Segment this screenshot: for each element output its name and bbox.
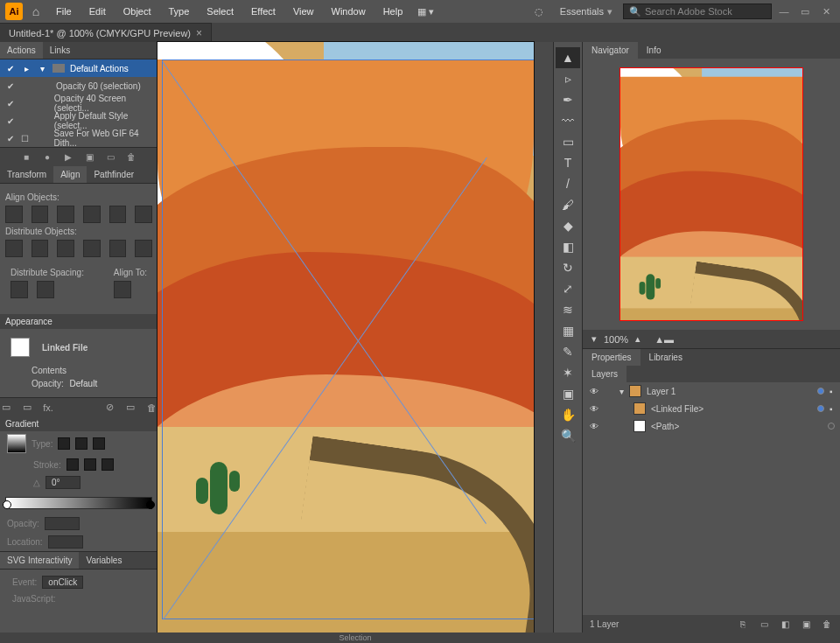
dist-space-v-icon[interactable] [10, 281, 28, 298]
zoom-slider-icon[interactable]: ▲▬ [654, 334, 674, 345]
close-tab-icon[interactable]: × [196, 27, 202, 39]
document-tab[interactable]: Untitled-1* @ 100% (CMYK/GPU Preview) × [0, 23, 212, 42]
gradient-tool-icon[interactable]: ▦ [556, 320, 580, 341]
dist-top-icon[interactable] [5, 240, 23, 257]
gradient-swatch[interactable] [7, 434, 26, 453]
dist-space-h-icon[interactable] [37, 281, 54, 298]
width-tool-icon[interactable]: ≋ [556, 299, 580, 320]
tab-info[interactable]: Info [638, 42, 670, 59]
menu-view[interactable]: View [286, 0, 321, 23]
layer-row[interactable]: 👁 <Linked File> ▪ [583, 400, 840, 417]
tab-variables[interactable]: Variables [79, 552, 129, 569]
gradient-slider[interactable] [5, 497, 152, 509]
layer-row[interactable]: 👁 ▾ Layer 1 ▪ [583, 382, 840, 400]
layer-name[interactable]: <Linked File> [651, 404, 704, 414]
arrange-documents-icon[interactable]: ▦ ▾ [413, 6, 438, 17]
tab-navigator[interactable]: Navigator [583, 42, 638, 59]
tab-properties[interactable]: Properties [583, 349, 640, 366]
visibility-icon[interactable]: 👁 [588, 422, 600, 431]
action-item[interactable]: ✔Opacity 40 Screen (selecti... [0, 94, 158, 112]
tab-pathfinder[interactable]: Pathfinder [87, 166, 141, 183]
line-tool-icon[interactable]: / [556, 173, 580, 194]
zoom-tool-icon[interactable]: 🔍 [556, 425, 580, 446]
discover-icon[interactable]: ◌ [528, 6, 550, 17]
stroke-along-icon[interactable] [84, 458, 96, 471]
clear-appearance-icon[interactable]: ⊘ [103, 402, 116, 414]
new-sublayer-icon[interactable]: ◧ [779, 619, 791, 629]
eyedropper-tool-icon[interactable]: ✎ [556, 341, 580, 362]
gradient-location-field[interactable] [48, 535, 83, 549]
zoom-value[interactable]: 100% [604, 334, 628, 345]
tab-layers[interactable]: Layers [583, 366, 626, 382]
workspace-switcher[interactable]: Essentials▾ [553, 6, 620, 17]
new-layer-icon[interactable]: ▣ [800, 619, 812, 629]
type-freeform-icon[interactable] [93, 437, 105, 450]
curvature-tool-icon[interactable]: 〰 [556, 110, 580, 131]
type-tool-icon[interactable]: T [556, 152, 580, 173]
make-clip-icon[interactable]: ▭ [758, 619, 770, 629]
home-icon[interactable]: ⌂ [26, 4, 46, 18]
layer-name[interactable]: <Path> [651, 422, 679, 431]
add-stroke-icon[interactable]: ▭ [21, 402, 33, 414]
action-set[interactable]: ✔▸▾ Default Actions [0, 59, 158, 77]
menu-select[interactable]: Select [200, 0, 241, 23]
paintbrush-tool-icon[interactable]: 🖌 [556, 194, 580, 215]
align-bottom-icon[interactable] [135, 206, 152, 223]
dupe-icon[interactable]: ▭ [124, 402, 136, 414]
canvas[interactable] [158, 42, 553, 633]
dist-bottom-icon[interactable] [57, 240, 74, 257]
stroke-across-icon[interactable] [102, 458, 114, 471]
layer-name[interactable]: Layer 1 [647, 387, 676, 396]
symbol-tool-icon[interactable]: ✶ [556, 362, 580, 383]
pen-tool-icon[interactable]: ✒ [556, 89, 580, 110]
align-to-selection-icon[interactable] [114, 281, 131, 298]
type-linear-icon[interactable] [58, 437, 70, 450]
opacity-value[interactable]: Default [69, 379, 97, 388]
play-icon[interactable]: ▶ [62, 151, 74, 164]
action-item[interactable]: ✔Apply Default Style (select... [0, 112, 158, 129]
layer-row[interactable]: 👁 <Path> [583, 417, 840, 435]
window-close-icon[interactable]: ✕ [817, 6, 835, 17]
dist-left-icon[interactable] [83, 240, 101, 257]
scale-tool-icon[interactable]: ⤢ [556, 278, 580, 299]
menu-object[interactable]: Object [116, 0, 158, 23]
delete-layer-icon[interactable]: 🗑 [821, 619, 833, 629]
menu-edit[interactable]: Edit [82, 0, 113, 23]
dist-vcenter-icon[interactable] [32, 240, 49, 257]
record-icon[interactable]: ● [41, 151, 53, 164]
align-vcenter-icon[interactable] [109, 206, 127, 223]
locate-layer-icon[interactable]: ⎘ [737, 619, 749, 629]
no-select-icon[interactable]: ▭ [0, 402, 12, 414]
target-icon[interactable] [817, 405, 824, 412]
new-action-icon[interactable]: ▭ [104, 151, 116, 164]
target-icon[interactable] [817, 388, 824, 395]
direct-select-tool-icon[interactable]: ▹ [556, 68, 580, 89]
rectangle-tool-icon[interactable]: ▭ [556, 131, 580, 152]
menu-effect[interactable]: Effect [244, 0, 283, 23]
rotate-tool-icon[interactable]: ↻ [556, 257, 580, 278]
tab-libraries[interactable]: Libraries [640, 349, 691, 366]
dist-right-icon[interactable] [135, 240, 152, 257]
align-left-icon[interactable] [5, 206, 23, 223]
visibility-icon[interactable]: 👁 [588, 404, 600, 414]
action-item[interactable]: ✔Opacity 60 (selection) [0, 77, 158, 94]
stock-search[interactable]: 🔍 Search Adobe Stock [623, 3, 772, 19]
stroke-within-icon[interactable] [66, 458, 79, 471]
tab-svg-interactivity[interactable]: SVG Interactivity [0, 552, 79, 569]
trash-icon[interactable]: 🗑 [125, 151, 137, 164]
stop-icon[interactable]: ■ [20, 151, 32, 164]
type-radial-icon[interactable] [75, 437, 88, 450]
window-restore-icon[interactable]: ▭ [796, 6, 814, 17]
gradient-opacity-field[interactable] [45, 517, 80, 530]
tab-transform[interactable]: Transform [0, 166, 53, 183]
appearance-contents[interactable]: Contents [5, 362, 152, 377]
align-right-icon[interactable] [57, 206, 74, 223]
tab-align[interactable]: Align [53, 166, 87, 183]
eraser-tool-icon[interactable]: ◧ [556, 236, 580, 257]
visibility-icon[interactable]: 👁 [588, 387, 600, 396]
svg-event-field[interactable]: onClick [42, 576, 83, 589]
new-set-icon[interactable]: ▣ [83, 151, 95, 164]
navigator-thumb[interactable] [620, 67, 803, 321]
menu-window[interactable]: Window [325, 0, 373, 23]
menu-type[interactable]: Type [162, 0, 197, 23]
